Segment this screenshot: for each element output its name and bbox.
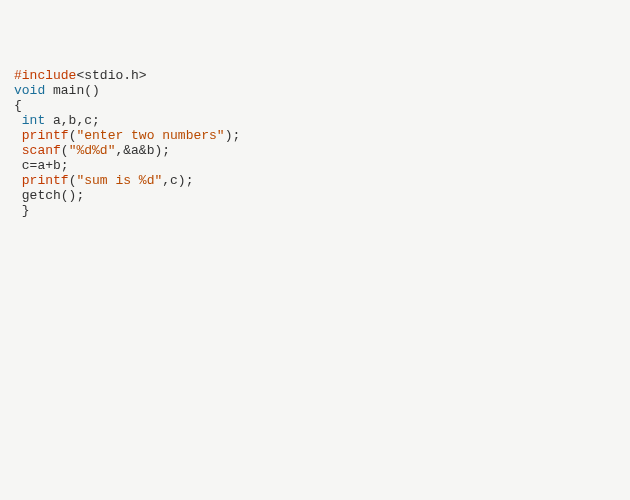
code-line: #include<stdio.h> [14,68,616,83]
code-token: ,&a&b); [115,143,170,158]
code-line: void main() [14,83,616,98]
code-token: ); [225,128,241,143]
code-line: getch(); [14,188,616,203]
code-token: "enter two numbers" [76,128,224,143]
code-line: } [14,203,616,218]
code-token: ( [61,143,69,158]
code-token: "sum is %d" [76,173,162,188]
code-line: { [14,98,616,113]
code-token: ,c); [162,173,193,188]
code-block: #include<stdio.h>void main(){ int a,b,c;… [14,68,616,218]
indent [14,173,22,188]
code-token: getch(); [22,188,84,203]
code-line: int a,b,c; [14,113,616,128]
code-token: "%d%d" [69,143,116,158]
indent [14,158,22,173]
code-token: main() [45,83,100,98]
indent [14,128,22,143]
code-token: printf [22,173,69,188]
code-line: scanf("%d%d",&a&b); [14,143,616,158]
code-token: { [14,98,22,113]
code-line: printf("sum is %d",c); [14,173,616,188]
code-token: a,b,c; [45,113,100,128]
code-token: } [22,203,30,218]
code-token: <stdio.h> [76,68,146,83]
indent [14,143,22,158]
code-token: scanf [22,143,61,158]
code-token: c=a+b; [22,158,69,173]
indent [14,188,22,203]
code-token: printf [22,128,69,143]
indent [14,203,22,218]
code-token: int [22,113,45,128]
code-line: c=a+b; [14,158,616,173]
indent [14,113,22,128]
code-token: void [14,83,45,98]
code-line: printf("enter two numbers"); [14,128,616,143]
code-token: #include [14,68,76,83]
